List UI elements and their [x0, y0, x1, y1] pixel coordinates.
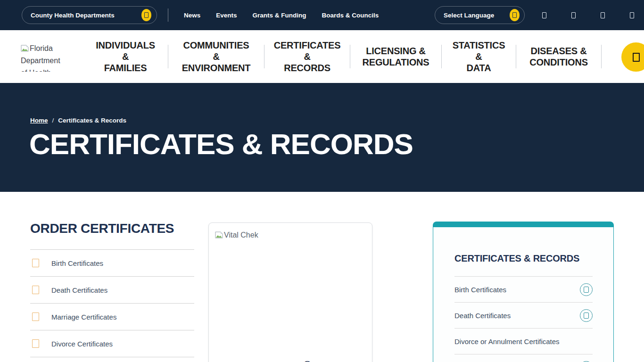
list-item-marriage-certificates[interactable]: Marriage Certificates [30, 304, 194, 330]
card-item-label: Divorce or Annulment Certificates [454, 337, 560, 346]
missing-glyph-icon [601, 12, 605, 18]
certificate-icon [32, 259, 39, 267]
main-content: ORDER CERTIFICATES Birth Certificates De… [0, 192, 644, 362]
breadcrumb-current: Certificates & Records [58, 117, 126, 124]
vitalchek-broken-image[interactable]: Vital Chek [215, 231, 258, 239]
county-health-departments-label: County Health Departments [31, 12, 115, 19]
globe-circle-icon [510, 9, 520, 21]
expand-circle-icon[interactable] [580, 283, 593, 296]
expand-circle-icon[interactable] [580, 309, 593, 322]
nav-certificates-records[interactable]: CERTIFICATES & RECORDS [264, 30, 350, 83]
card-item-divorce-annulment-certificates[interactable]: Divorce or Annulment Certificates [454, 329, 593, 354]
select-language-button[interactable]: Select Language [435, 6, 525, 24]
chevron-circle-icon [141, 9, 151, 21]
missing-glyph-icon [630, 12, 634, 18]
main-navigation-bar: Florida Department of Health INDIVIDUALS… [0, 30, 644, 83]
breadcrumb-home-link[interactable]: Home [30, 117, 48, 124]
florida-doh-logo[interactable]: Florida Department of Health [21, 42, 78, 72]
social-icon-1[interactable] [538, 9, 550, 21]
missing-glyph-icon [542, 12, 546, 18]
certificate-icon [32, 313, 39, 321]
missing-glyph-icon [571, 12, 576, 18]
list-item-label: Marriage Certificates [51, 313, 116, 321]
topbar-link-grants-funding[interactable]: Grants & Funding [253, 12, 306, 19]
social-icons-group [538, 0, 637, 30]
card-accent-bar [433, 222, 614, 227]
nav-communities-environment[interactable]: COMMUNITIES & ENVIRONMENT [168, 30, 264, 83]
search-button[interactable] [621, 42, 644, 72]
list-item-label: Birth Certificates [51, 259, 103, 267]
topbar-link-events[interactable]: Events [216, 12, 237, 19]
missing-glyph-icon [512, 12, 517, 18]
certificate-icon [32, 286, 39, 294]
county-health-departments-button[interactable]: County Health Departments [22, 6, 157, 24]
order-certificates-section: ORDER CERTIFICATES Birth Certificates De… [30, 221, 194, 357]
missing-glyph-icon [584, 287, 589, 293]
card-item-label: Death Certificates [454, 312, 511, 320]
social-icon-3[interactable] [597, 9, 608, 21]
nav-individuals-families[interactable]: INDIVIDUALS & FAMILIES [83, 30, 168, 83]
social-icon-4[interactable] [626, 9, 637, 21]
breadcrumb-separator: / [52, 117, 54, 124]
search-icon [633, 53, 640, 62]
main-nav-items: INDIVIDUALS & FAMILIES COMMUNITIES & ENV… [83, 30, 602, 83]
hero-banner: Home/Certificates & Records CERTIFICATES… [0, 83, 644, 192]
nav-divider [601, 45, 602, 68]
order-certificates-heading: ORDER CERTIFICATES [30, 221, 194, 236]
certificates-records-heading: CERTIFICATES & RECORDS [454, 253, 593, 264]
topbar-divider [168, 8, 168, 22]
card-item-label: Birth Certificates [454, 286, 506, 294]
broken-image-icon [215, 231, 223, 239]
list-item-death-certificates[interactable]: Death Certificates [30, 277, 194, 304]
list-item-label: Divorce Certificates [51, 340, 113, 348]
nav-statistics-data[interactable]: STATISTICS & DATA [442, 30, 516, 83]
certificates-records-card: CERTIFICATES & RECORDS Birth Certificate… [433, 222, 614, 362]
select-language-label: Select Language [444, 12, 494, 19]
broken-image-icon [21, 45, 29, 52]
card-item-death-certificates[interactable]: Death Certificates [454, 303, 593, 329]
list-item-divorce-certificates[interactable]: Divorce Certificates [30, 330, 194, 357]
card-item-marriage-certificates[interactable]: Marriage Certificates [454, 354, 593, 362]
page-title: CERTIFICATES & RECORDS [29, 130, 644, 159]
topbar-link-boards-councils[interactable]: Boards & Councils [322, 12, 379, 19]
order-certificates-list: Birth Certificates Death Certificates Ma… [30, 249, 194, 357]
nav-diseases-conditions[interactable]: DISEASES & CONDITIONS [516, 30, 601, 83]
topbar-link-news[interactable]: News [184, 12, 200, 19]
certificates-records-list: Birth Certificates Death Certificates Di… [454, 276, 593, 362]
certificate-icon [32, 339, 39, 348]
card-item-birth-certificates[interactable]: Birth Certificates [454, 277, 593, 303]
social-icon-2[interactable] [568, 9, 579, 21]
nav-licensing-regulations[interactable]: LICENSING & REGULATIONS [350, 30, 441, 83]
list-item-birth-certificates[interactable]: Birth Certificates [30, 250, 194, 277]
missing-glyph-icon [144, 12, 149, 18]
registered-trademark-symbol: ® [303, 359, 312, 362]
top-utility-bar: County Health Departments News Events Gr… [0, 0, 644, 30]
vitalchek-alt-text: Vital Chek [224, 231, 258, 239]
breadcrumb: Home/Certificates & Records [0, 83, 644, 124]
list-item-label: Death Certificates [51, 286, 107, 294]
vitalchek-card[interactable]: Vital Chek ® [208, 222, 372, 362]
card-body: CERTIFICATES & RECORDS Birth Certificate… [433, 227, 614, 362]
topbar-links: News Events Grants & Funding Boards & Co… [184, 0, 379, 30]
missing-glyph-icon [584, 313, 589, 319]
